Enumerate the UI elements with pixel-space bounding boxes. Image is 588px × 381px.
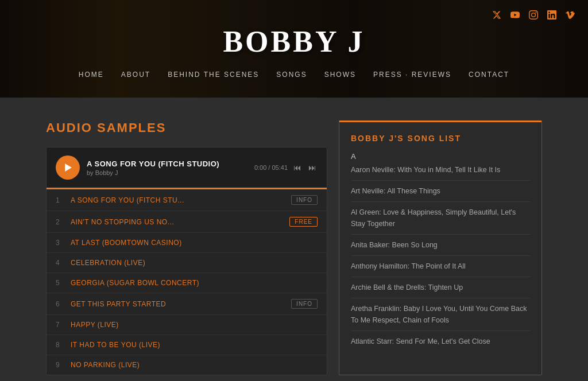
track-name: A SONG FOR YOU (FITCH STU... (71, 196, 291, 204)
nav-list: HOME ABOUT BEHIND THE SCENES SONGS SHOWS… (79, 69, 509, 79)
track-number: 4 (56, 259, 66, 267)
track-item[interactable]: 5GEORGIA (SUGAR BOWL CONCERT) (47, 273, 327, 293)
track-number: 1 (56, 196, 66, 204)
track-name: CELEBRATION (LIVE) (71, 259, 318, 267)
track-name: NO PARKING (LIVE) (71, 361, 318, 369)
track-list: 1A SONG FOR YOU (FITCH STU...INFO2AIN'T … (47, 189, 327, 375)
audio-player: A SONG FOR YOU (FITCH STUDIO) by Bobby J… (46, 147, 327, 375)
track-number: 3 (56, 239, 66, 247)
track-item[interactable]: 1A SONG FOR YOU (FITCH STU...INFO (47, 189, 327, 211)
track-item[interactable]: 6GET THIS PARTY STARTEDINFO (47, 293, 327, 315)
svg-marker-0 (65, 164, 72, 172)
track-item[interactable]: 8IT HAD TO BE YOU (LIVE) (47, 335, 327, 355)
player-time: 0:00 / 05:41 (254, 164, 288, 171)
track-name: HAPPY (LIVE) (71, 321, 318, 329)
nav-shows[interactable]: SHOWS (324, 71, 356, 79)
audio-section: AUDIO SAMPLES A SONG FOR YOU (FITCH STUD… (46, 120, 327, 375)
song-entry: Anita Baker: Been So Long (351, 239, 530, 256)
nav-about[interactable]: ABOUT (121, 71, 150, 79)
track-badge[interactable]: FREE (289, 217, 318, 227)
song-entry: Aretha Franklin: Baby I Love You, Until … (351, 303, 530, 331)
track-item[interactable]: 9NO PARKING (LIVE) (47, 355, 327, 375)
track-name: GEORGIA (SUGAR BOWL CONCERT) (71, 279, 318, 287)
track-name: AT LAST (BOOMTOWN CASINO) (71, 239, 318, 247)
track-number: 7 (56, 321, 66, 329)
song-entry: Aaron Neville: With You in Mind, Tell It… (351, 164, 530, 181)
song-entry: Atlantic Starr: Send For Me, Let's Get C… (351, 336, 530, 352)
track-badge[interactable]: INFO (291, 299, 318, 309)
linkedin-icon[interactable] (546, 9, 558, 21)
prev-button[interactable]: ⏮ (292, 162, 303, 173)
song-list-title: BOBBY J'S SONG LIST (351, 134, 530, 143)
instagram-icon[interactable] (527, 9, 540, 21)
song-entry: Anthony Hamilton: The Point of It All (351, 261, 530, 277)
track-number: 2 (56, 218, 66, 226)
nav-home[interactable]: HOME (79, 71, 104, 79)
site-header: BOBBY J HOME ABOUT BEHIND THE SCENES SON… (0, 0, 588, 98)
song-entry: Al Green: Love & Happiness, Simply Beaut… (351, 207, 530, 235)
song-list-content: AAaron Neville: With You in Mind, Tell I… (351, 152, 530, 352)
track-item[interactable]: 4CELEBRATION (LIVE) (47, 253, 327, 273)
track-number: 6 (56, 300, 66, 308)
audio-section-title: AUDIO SAMPLES (46, 120, 327, 135)
track-number: 5 (56, 279, 66, 287)
twitter-icon[interactable] (490, 9, 503, 21)
track-name: AIN'T NO STOPPING US NO... (71, 218, 289, 226)
song-entry: Archie Bell & the Drells: Tighten Up (351, 282, 530, 298)
player-artist: by Bobby J (87, 169, 247, 176)
track-item[interactable]: 2AIN'T NO STOPPING US NO...FREE (47, 211, 327, 233)
nav-behind-scenes[interactable]: BEHIND THE SCENES (168, 71, 259, 79)
track-item[interactable]: 7HAPPY (LIVE) (47, 315, 327, 335)
youtube-icon[interactable] (509, 9, 521, 21)
nav-press-reviews[interactable]: PRESS · REVIEWS (373, 71, 451, 79)
nav-songs[interactable]: SONGS (276, 71, 307, 79)
track-name: GET THIS PARTY STARTED (71, 300, 291, 308)
track-badge[interactable]: INFO (291, 195, 318, 205)
main-nav: HOME ABOUT BEHIND THE SCENES SONGS SHOWS… (79, 69, 509, 79)
song-entry: Art Neville: All These Things (351, 185, 530, 202)
play-button[interactable] (56, 155, 80, 180)
site-title: BOBBY J (223, 25, 365, 59)
vimeo-icon[interactable] (564, 9, 577, 21)
main-content: AUDIO SAMPLES A SONG FOR YOU (FITCH STUD… (0, 98, 588, 381)
song-letter: A (351, 152, 530, 161)
nav-contact[interactable]: CONTACT (469, 71, 509, 79)
player-controls: 0:00 / 05:41 ⏮ ⏭ (254, 162, 318, 173)
track-number: 8 (56, 341, 66, 349)
track-item[interactable]: 3AT LAST (BOOMTOWN CASINO) (47, 233, 327, 253)
song-list-section: BOBBY J'S SONG LIST AAaron Neville: With… (339, 120, 542, 375)
player-top: A SONG FOR YOU (FITCH STUDIO) by Bobby J… (47, 147, 327, 188)
player-info: A SONG FOR YOU (FITCH STUDIO) by Bobby J (87, 160, 247, 176)
next-button[interactable]: ⏭ (307, 162, 318, 173)
track-number: 9 (56, 361, 66, 369)
player-track-name: A SONG FOR YOU (FITCH STUDIO) (87, 160, 247, 168)
track-name: IT HAD TO BE YOU (LIVE) (71, 341, 318, 349)
social-icons-bar (490, 9, 577, 21)
